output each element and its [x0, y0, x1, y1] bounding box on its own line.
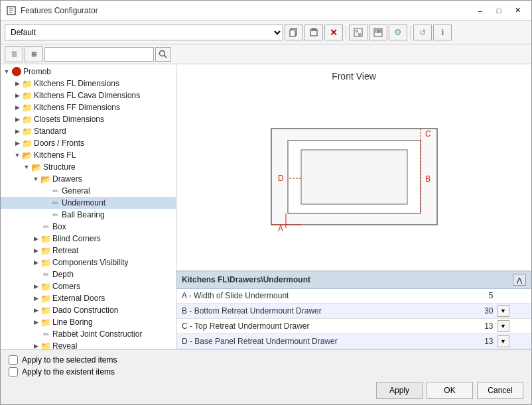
folder-icon: 📁: [22, 102, 33, 113]
collapse-button[interactable]: ⋀: [513, 274, 526, 286]
export-button[interactable]: [369, 25, 387, 40]
label-a: A: [278, 224, 283, 233]
table-row: C - Top Retreat Undermount Drawer 13 ▼: [176, 319, 531, 334]
expand-blind-corners[interactable]: ▶: [31, 234, 40, 243]
prop-label-a: A - Width of Slide Undermount: [176, 289, 425, 304]
import-button[interactable]: [349, 25, 367, 40]
tree-label-external-doors: External Doors: [52, 294, 105, 303]
expand-drawers[interactable]: ▼: [31, 174, 40, 184]
tree-item-corners[interactable]: ▶ 📁 Comers: [1, 280, 176, 292]
dropdown-button-c[interactable]: ▼: [498, 320, 509, 332]
expand-promob[interactable]: ▼: [2, 67, 11, 76]
delete-button[interactable]: ✕: [324, 25, 343, 40]
search-button[interactable]: [155, 47, 171, 62]
tree-label-closets-dim: Closets Dimensions: [34, 115, 104, 124]
tree-item-doors-fronts[interactable]: ▶ 📁 Doors / Fronts: [1, 137, 176, 149]
expand-comp-vis[interactable]: ▶: [31, 258, 40, 267]
prop-dropdown-c[interactable]: ▼: [496, 319, 532, 334]
tree-label-line-boring: Line Boring: [52, 318, 93, 327]
tree-item-reveal[interactable]: ▶ 📁 Reveal: [1, 340, 176, 349]
maximize-button[interactable]: □: [490, 4, 507, 17]
tree-label-depth: Depth: [52, 270, 74, 279]
list-view-button[interactable]: ☰: [5, 46, 23, 62]
expand-corners[interactable]: ▶: [31, 282, 40, 291]
tree-item-depth[interactable]: ▶ ✏ Depth: [1, 268, 176, 280]
tree-item-standard[interactable]: ▶ 📁 Standard: [1, 125, 176, 137]
tree-item-box[interactable]: ▶ ✏ Box: [1, 221, 176, 233]
minimize-button[interactable]: –: [472, 4, 489, 17]
content-panel: Front View C B: [176, 64, 531, 349]
tree-item-components-visibility[interactable]: ▶ 📁 Components Visibility: [1, 257, 176, 268]
info-button[interactable]: ℹ: [433, 25, 452, 40]
window-controls: – □ ✕: [472, 4, 526, 17]
expand-line-boring[interactable]: ▶: [31, 318, 40, 327]
tree-item-blind-corners[interactable]: ▶ 📁 Blind Corners: [1, 233, 176, 245]
expand-reveal[interactable]: ▶: [31, 341, 40, 349]
expand-standard[interactable]: ▶: [13, 127, 22, 136]
close-button[interactable]: ✕: [509, 4, 526, 17]
tree-item-retreat[interactable]: ▶ 📁 Retreat: [1, 245, 176, 257]
tree-item-general[interactable]: ▶ ✏ General: [1, 185, 176, 197]
expand-kitchens-fl-cava[interactable]: ▶: [13, 91, 22, 100]
checkbox-row-2: Apply to the existent items: [9, 367, 523, 376]
tree-item-undermount[interactable]: ▶ ✏ Undermount: [1, 197, 176, 209]
table-row: B - Bottom Retreat Undermount Drawer 30 …: [176, 304, 531, 319]
expand-structure[interactable]: ▼: [22, 162, 31, 172]
folder-icon: 📁: [40, 341, 51, 349]
tree-item-kitchens-fl-dim[interactable]: ▶ 📁 Kitchens FL Dimensions: [1, 78, 176, 89]
settings-button[interactable]: ⚙: [389, 25, 407, 40]
tree-item-closets-dim[interactable]: ▶ 📁 Closets Dimensions: [1, 113, 176, 125]
tree-item-drawers[interactable]: ▼ 📂 Drawers: [1, 173, 176, 185]
tree-item-kitchens-fl-cava[interactable]: ▶ 📁 Kitchens FL Cava Dimensions: [1, 89, 176, 101]
expand-retreat[interactable]: ▶: [31, 246, 40, 255]
apply-selected-checkbox[interactable]: [9, 355, 18, 365]
prop-dropdown-b[interactable]: ▼: [496, 304, 532, 319]
tree-item-rabbet-joint[interactable]: ▶ ✏ Rabbet Joint Constructior: [1, 328, 176, 340]
front-view-diagram: C B D A: [251, 115, 457, 235]
apply-existent-label: Apply to the existent items: [22, 367, 115, 376]
expand-closets-dim[interactable]: ▶: [13, 115, 22, 124]
tree-item-structure[interactable]: ▼ 📂 Structure: [1, 161, 176, 173]
tree-item-line-boring[interactable]: ▶ 📁 Line Boring: [1, 316, 176, 328]
folder-icon: 📁: [40, 245, 51, 256]
folder-icon: 📁: [22, 126, 33, 137]
promob-icon: [11, 66, 22, 77]
expand-kitchens-fl[interactable]: ▼: [13, 150, 22, 160]
grid-view-button[interactable]: ⊞: [25, 46, 43, 62]
folder-icon: 📁: [40, 293, 51, 304]
svg-point-15: [160, 50, 165, 56]
profile-select[interactable]: Default: [5, 25, 283, 40]
copy-button[interactable]: [285, 25, 303, 40]
expand-dado[interactable]: ▶: [31, 306, 40, 315]
paste-button[interactable]: [304, 25, 323, 40]
apply-existent-checkbox[interactable]: [9, 367, 18, 376]
prop-value-d: 13: [425, 334, 496, 349]
tree-item-dado-construction[interactable]: ▶ 📁 Dado Construction: [1, 304, 176, 316]
tree-item-promob[interactable]: ▼ Promob: [1, 66, 176, 78]
dropdown-button-b[interactable]: ▼: [498, 305, 509, 317]
folder-icon: 📁: [40, 305, 51, 316]
tree-item-kitchens-fl[interactable]: ▼ 📂 Kitchens FL: [1, 149, 176, 161]
tree-label-promob: Promob: [23, 67, 51, 76]
cancel-button[interactable]: Cancel: [477, 382, 523, 399]
search-input[interactable]: [44, 47, 154, 62]
apply-button[interactable]: Apply: [376, 382, 423, 399]
expand-doors-fronts[interactable]: ▶: [13, 139, 22, 148]
expand-kitchens-ff-dim[interactable]: ▶: [13, 103, 22, 112]
expand-external-doors[interactable]: ▶: [31, 294, 40, 303]
dropdown-button-d[interactable]: ▼: [498, 335, 509, 347]
tree-label-comp-vis: Components Visibility: [52, 258, 129, 267]
tree-item-ball-bearing[interactable]: ▶ ✏ Ball Bearing: [1, 209, 176, 221]
refresh-button[interactable]: ↺: [413, 25, 432, 40]
prop-dropdown-d[interactable]: ▼: [496, 334, 532, 349]
tree-label-ball-bearing: Ball Bearing: [62, 210, 105, 219]
tree-item-kitchens-ff-dim[interactable]: ▶ 📁 Kitchens FF Dimensions: [1, 101, 176, 113]
ok-button[interactable]: OK: [427, 382, 473, 399]
tree-panel: ▼ Promob ▶ 📁 Kitchens FL Dimensions ▶ 📁 …: [1, 64, 176, 349]
folder-icon: 📁: [22, 138, 33, 148]
folder-icon: 📁: [40, 233, 51, 244]
tree-item-external-doors[interactable]: ▶ 📁 External Doors: [1, 292, 176, 304]
diagram-svg-container: C B D A: [251, 87, 457, 264]
expand-kitchens-fl-dim[interactable]: ▶: [13, 79, 22, 88]
tree-label-undermount: Undermount: [62, 198, 105, 207]
